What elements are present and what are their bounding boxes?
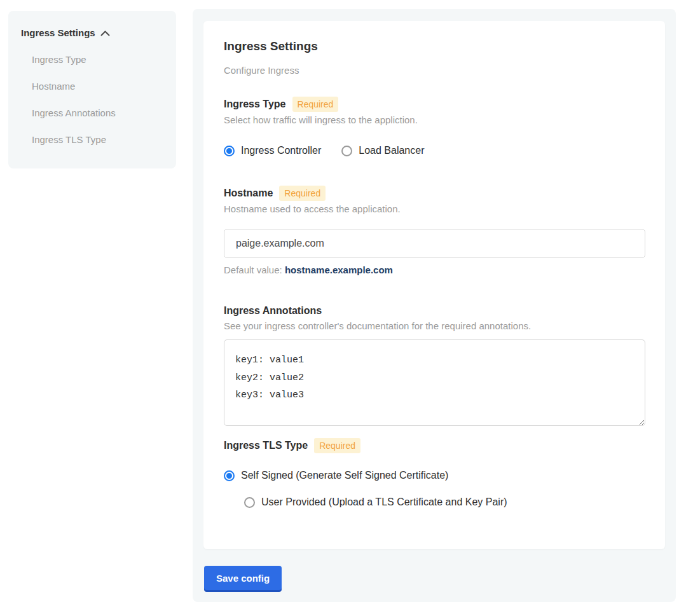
required-badge: Required [314, 438, 360, 453]
config-panel: Ingress Settings Configure Ingress Ingre… [193, 9, 676, 602]
required-badge: Required [292, 97, 339, 112]
radio-label: Ingress Controller [241, 145, 321, 156]
ingress-annotations-label: Ingress Annotations [224, 304, 322, 318]
radio-label: User Provided (Upload a TLS Certificate … [261, 496, 507, 508]
group-ingress-annotations: Ingress Annotations See your ingress con… [224, 304, 645, 426]
ingress-settings-card: Ingress Settings Configure Ingress Ingre… [203, 21, 665, 549]
radio-selected-icon[interactable] [224, 470, 235, 481]
ingress-type-options: Ingress Controller Load Balancer [224, 145, 645, 156]
group-ingress-type: Ingress Type Required Select how traffic… [224, 97, 645, 156]
radio-unselected-icon[interactable] [244, 497, 255, 508]
ingress-tls-type-label: Ingress TLS Type [224, 439, 308, 453]
ingress-annotations-help: See your ingress controller's documentat… [224, 321, 645, 331]
radio-label: Load Balancer [359, 145, 424, 156]
radio-label: Self Signed (Generate Self Signed Certif… [241, 470, 448, 481]
hostname-input[interactable] [224, 229, 645, 258]
radio-selected-icon[interactable] [224, 146, 235, 156]
sidebar-item-ingress-annotations[interactable]: Ingress Annotations [32, 108, 163, 118]
hostname-default-line: Default value: hostname.example.com [224, 264, 645, 275]
group-ingress-tls-type: Ingress TLS Type Required Self Signed (G… [224, 438, 645, 508]
radio-self-signed[interactable]: Self Signed (Generate Self Signed Certif… [224, 470, 645, 481]
ingress-annotations-textarea[interactable]: key1: value1 key2: value2 key3: value3 [224, 339, 645, 426]
ingress-type-label: Ingress Type [224, 97, 286, 111]
radio-load-balancer[interactable]: Load Balancer [341, 145, 424, 156]
save-config-button[interactable]: Save config [204, 566, 282, 590]
chevron-up-icon [100, 27, 110, 38]
radio-user-provided[interactable]: User Provided (Upload a TLS Certificate … [244, 496, 645, 508]
page-title: Ingress Settings [224, 39, 645, 53]
sidebar-item-hostname[interactable]: Hostname [32, 81, 163, 92]
sidebar-item-ingress-tls-type[interactable]: Ingress TLS Type [32, 135, 163, 145]
sidebar-group-ingress-settings[interactable]: Ingress Settings [21, 27, 163, 38]
sidebar-item-ingress-type[interactable]: Ingress Type [32, 55, 163, 65]
default-value-text: hostname.example.com [285, 264, 393, 275]
default-value-prefix: Default value: [224, 264, 285, 275]
hostname-label: Hostname [224, 186, 273, 200]
hostname-help: Hostname used to access the application. [224, 204, 645, 214]
sidebar-group-label: Ingress Settings [21, 27, 95, 38]
group-hostname: Hostname Required Hostname used to acces… [224, 186, 645, 275]
sidebar-item-list: Ingress Type Hostname Ingress Annotation… [32, 55, 163, 145]
config-nav-sidebar: Ingress Settings Ingress Type Hostname I… [8, 11, 176, 168]
ingress-type-help: Select how traffic will ingress to the a… [224, 115, 645, 125]
radio-ingress-controller[interactable]: Ingress Controller [224, 145, 321, 156]
required-badge: Required [279, 186, 326, 201]
radio-unselected-icon[interactable] [341, 146, 352, 156]
page-subtitle: Configure Ingress [224, 65, 645, 76]
